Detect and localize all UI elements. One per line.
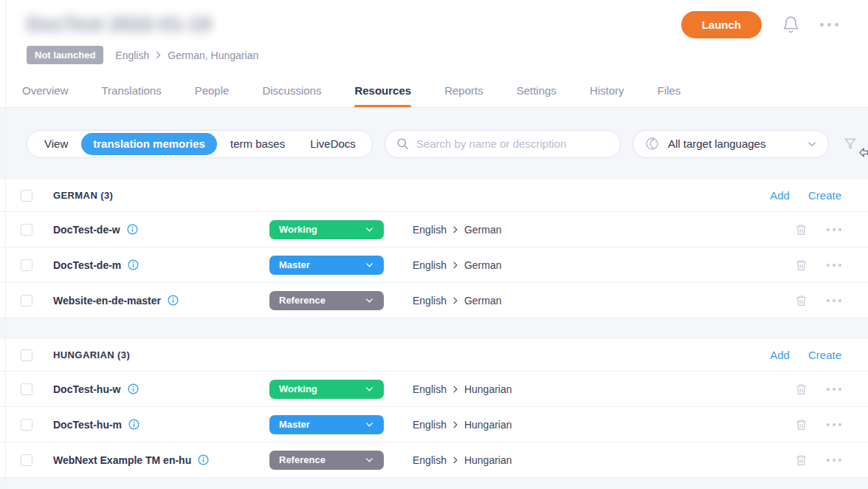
status-label: Master: [279, 259, 310, 270]
section-title: HUNGARIAN (3): [53, 349, 130, 360]
chevron-right-icon: [154, 51, 162, 59]
chevron-down-icon: [365, 420, 374, 429]
resources-table: GERMAN (3) Add Create DocTest-de-w Worki…: [0, 179, 868, 478]
section-checkbox[interactable]: [21, 190, 32, 202]
row-checkbox[interactable]: [21, 224, 32, 236]
row-more-menu-icon[interactable]: [827, 225, 841, 234]
table-row: WebNext Example TM en-hu Reference Engli…: [0, 442, 868, 478]
resource-name[interactable]: WebNext Example TM en-hu: [53, 454, 191, 466]
launch-button[interactable]: Launch: [681, 11, 762, 38]
tab-translations[interactable]: Translations: [102, 74, 162, 107]
view-option-translation-memories[interactable]: translation memories: [81, 133, 217, 155]
resource-name[interactable]: Website-en-de-master: [53, 295, 161, 307]
chevron-down-icon: [365, 260, 374, 270]
status-dropdown[interactable]: Reference: [269, 451, 384, 470]
add-link[interactable]: Add: [770, 349, 790, 361]
delete-icon[interactable]: [795, 259, 807, 272]
info-icon[interactable]: [167, 294, 179, 307]
chevron-down-icon: [365, 384, 374, 394]
tab-settings[interactable]: Settings: [517, 74, 557, 107]
language-source: English: [413, 224, 447, 236]
row-more-menu-icon[interactable]: [827, 261, 841, 270]
tab-overview[interactable]: Overview: [22, 74, 69, 107]
language-source: English: [413, 259, 447, 271]
status-badge: Not launched: [27, 46, 103, 64]
create-link[interactable]: Create: [808, 189, 841, 202]
table-row: DocTest-de-w Working English German: [0, 212, 868, 247]
row-more-menu-icon[interactable]: [827, 456, 841, 465]
status-dropdown[interactable]: Master: [269, 415, 384, 434]
add-link[interactable]: Add: [770, 189, 790, 202]
info-icon[interactable]: [127, 383, 140, 395]
search-icon: [396, 137, 410, 151]
language-target: German: [464, 259, 502, 271]
chevron-down-icon: [365, 295, 374, 305]
row-checkbox[interactable]: [21, 383, 32, 395]
section-header: HUNGARIAN (3) Add Create: [0, 339, 868, 372]
search-box: [385, 130, 621, 158]
row-checkbox[interactable]: [21, 259, 32, 271]
status-dropdown[interactable]: Working: [269, 220, 384, 239]
tab-people[interactable]: People: [195, 74, 230, 107]
header-more-menu-icon[interactable]: [820, 20, 838, 30]
language-source: English: [413, 454, 447, 466]
row-more-menu-icon[interactable]: [827, 385, 841, 394]
project-title: DocTest 2022-01-19: [27, 13, 211, 36]
view-option-LiveDocs[interactable]: LiveDocs: [298, 133, 368, 155]
tab-discussions[interactable]: Discussions: [262, 74, 321, 107]
row-more-menu-icon[interactable]: [827, 420, 841, 429]
info-icon[interactable]: [197, 454, 210, 466]
language-source: English: [413, 383, 447, 395]
language-target: German: [464, 224, 502, 236]
info-icon[interactable]: [127, 259, 140, 271]
create-link[interactable]: Create: [808, 349, 841, 361]
tab-files[interactable]: Files: [658, 74, 681, 107]
section-checkbox[interactable]: [21, 349, 32, 361]
status-dropdown[interactable]: Working: [269, 380, 384, 399]
row-checkbox[interactable]: [21, 454, 32, 466]
filter-funnel-icon[interactable]: [843, 137, 858, 151]
resource-name[interactable]: DocTest-de-m: [53, 259, 121, 271]
row-more-menu-icon[interactable]: [827, 296, 841, 305]
language-target: Hungarian: [464, 419, 512, 431]
search-input[interactable]: [416, 137, 610, 150]
language-pair: English German: [413, 295, 502, 307]
view-label: View: [27, 137, 80, 150]
source-language: English: [115, 49, 149, 61]
delete-icon[interactable]: [795, 418, 807, 431]
status-dropdown[interactable]: Master: [269, 256, 384, 275]
language-source: English: [413, 295, 447, 307]
status-label: Working: [279, 224, 317, 235]
filter-bar: View translation memoriesterm basesLiveD…: [0, 108, 868, 179]
info-icon[interactable]: [128, 418, 140, 431]
row-checkbox[interactable]: [21, 295, 32, 307]
row-checkbox[interactable]: [21, 419, 32, 431]
resource-name[interactable]: DocTest-hu-m: [53, 419, 122, 431]
delete-icon[interactable]: [795, 383, 807, 396]
language-source: English: [413, 419, 447, 431]
language-target: Hungarian: [464, 454, 512, 466]
chevron-down-icon: [365, 455, 374, 465]
info-icon[interactable]: [126, 223, 139, 236]
view-option-term-bases[interactable]: term bases: [218, 133, 297, 155]
resource-name[interactable]: DocTest-de-w: [53, 224, 120, 236]
status-label: Reference: [279, 454, 326, 465]
status-label: Working: [279, 383, 317, 394]
target-language-filter[interactable]: All target languages: [633, 130, 829, 158]
chevron-right-icon: [452, 386, 459, 393]
notifications-bell-icon[interactable]: [782, 16, 800, 34]
delete-icon[interactable]: [795, 223, 807, 236]
language-target: German: [464, 295, 502, 307]
delete-icon[interactable]: [795, 454, 807, 467]
target-languages: German, Hungarian: [168, 49, 258, 61]
delete-icon[interactable]: [795, 294, 807, 307]
tab-reports[interactable]: Reports: [444, 74, 483, 107]
status-label: Reference: [279, 295, 326, 306]
status-dropdown[interactable]: Reference: [269, 291, 384, 310]
language-section: GERMAN (3) Add Create DocTest-de-w Worki…: [0, 179, 868, 318]
section-header: GERMAN (3) Add Create: [0, 179, 868, 212]
tab-history[interactable]: History: [590, 74, 624, 107]
resource-name[interactable]: DocTest-hu-w: [53, 383, 121, 395]
table-row: DocTest-hu-w Working English Hungarian: [0, 372, 868, 407]
tab-resources[interactable]: Resources: [354, 74, 411, 107]
